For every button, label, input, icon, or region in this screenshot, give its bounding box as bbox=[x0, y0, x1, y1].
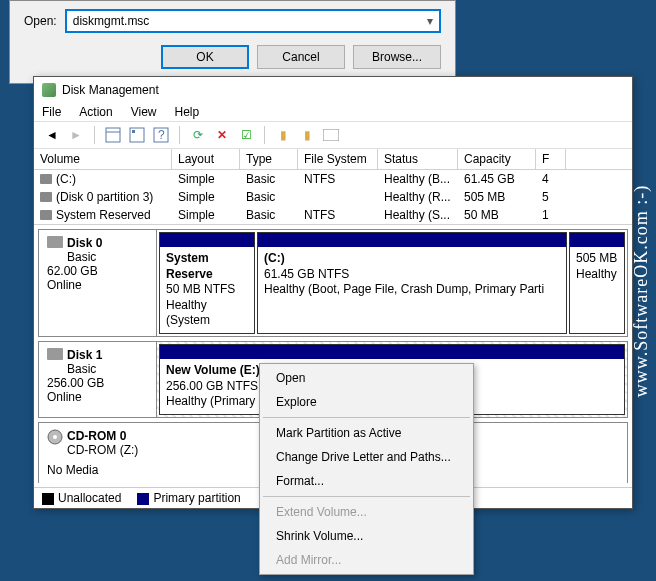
menu-help[interactable]: Help bbox=[175, 105, 200, 119]
col-filesystem[interactable]: File System bbox=[298, 149, 378, 169]
volume-icon bbox=[40, 174, 52, 184]
volume-icon bbox=[40, 192, 52, 202]
menubar: File Action View Help bbox=[34, 103, 632, 121]
ctx-mark-active[interactable]: Mark Partition as Active bbox=[262, 421, 471, 445]
cancel-button[interactable]: Cancel bbox=[257, 45, 345, 69]
disk0-size: 62.00 GB bbox=[47, 264, 148, 278]
partition-system-reserved[interactable]: System Reserve 50 MB NTFS Healthy (Syste… bbox=[159, 232, 255, 334]
window-title: Disk Management bbox=[62, 83, 159, 97]
disk-info-cdrom[interactable]: CD-ROM 0 CD-ROM (Z:) No Media bbox=[39, 423, 157, 483]
delete-icon[interactable]: ✕ bbox=[212, 125, 232, 145]
watermark: www.SoftwareOK.com :-) bbox=[631, 184, 652, 396]
volume-list-header: Volume Layout Type File System Status Ca… bbox=[34, 149, 632, 170]
svg-rect-8 bbox=[47, 348, 63, 360]
options-icon[interactable] bbox=[127, 125, 147, 145]
ctx-add-mirror: Add Mirror... bbox=[262, 548, 471, 572]
disk0-type: Basic bbox=[47, 250, 148, 264]
col-extra[interactable]: F bbox=[536, 149, 566, 169]
disk-icon bbox=[47, 236, 63, 252]
ctx-explore[interactable]: Explore bbox=[262, 390, 471, 414]
menu-file[interactable]: File bbox=[42, 105, 61, 119]
view-icon[interactable] bbox=[103, 125, 123, 145]
svg-rect-6 bbox=[323, 129, 339, 141]
legend-unallocated: Unallocated bbox=[42, 491, 121, 505]
open-input[interactable] bbox=[73, 14, 415, 28]
toolbar: ◄ ► ? ⟳ ✕ ☑ ▮ ▮ bbox=[34, 121, 632, 149]
ctx-shrink[interactable]: Shrink Volume... bbox=[262, 524, 471, 548]
disk1-state: Online bbox=[47, 390, 148, 404]
svg-point-10 bbox=[53, 435, 57, 439]
ctx-open[interactable]: Open bbox=[262, 366, 471, 390]
open-label: Open: bbox=[24, 14, 57, 28]
disk-info-0[interactable]: Disk 0 Basic 62.00 GB Online bbox=[39, 230, 157, 336]
col-type[interactable]: Type bbox=[240, 149, 298, 169]
svg-text:?: ? bbox=[158, 128, 165, 142]
svg-rect-7 bbox=[47, 236, 63, 248]
cdrom-icon bbox=[47, 429, 63, 445]
disk-icon bbox=[47, 348, 63, 364]
ctx-change-letter[interactable]: Change Drive Letter and Paths... bbox=[262, 445, 471, 469]
volume-row[interactable]: (C:)SimpleBasicNTFSHealthy (B...61.45 GB… bbox=[34, 170, 632, 188]
cdrom-type: CD-ROM (Z:) bbox=[47, 443, 149, 457]
context-menu: Open Explore Mark Partition as Active Ch… bbox=[259, 363, 474, 575]
help-icon[interactable]: ? bbox=[151, 125, 171, 145]
volume-icon bbox=[40, 210, 52, 220]
col-volume[interactable]: Volume bbox=[34, 149, 172, 169]
folder-icon[interactable]: ▮ bbox=[273, 125, 293, 145]
disk0-state: Online bbox=[47, 278, 148, 292]
run-dialog: Open: ▾ OK Cancel Browse... bbox=[9, 0, 456, 84]
volume-row[interactable]: System ReservedSimpleBasicNTFSHealthy (S… bbox=[34, 206, 632, 224]
ok-button[interactable]: OK bbox=[161, 45, 249, 69]
refresh-icon[interactable]: ⟳ bbox=[188, 125, 208, 145]
disk1-size: 256.00 GB bbox=[47, 376, 148, 390]
col-status[interactable]: Status bbox=[378, 149, 458, 169]
check-icon[interactable]: ☑ bbox=[236, 125, 256, 145]
cdrom-state: No Media bbox=[47, 463, 149, 477]
folder2-icon[interactable]: ▮ bbox=[297, 125, 317, 145]
svg-rect-0 bbox=[106, 128, 120, 142]
col-layout[interactable]: Layout bbox=[172, 149, 240, 169]
chevron-down-icon[interactable]: ▾ bbox=[427, 14, 433, 28]
col-capacity[interactable]: Capacity bbox=[458, 149, 536, 169]
volume-list: (C:)SimpleBasicNTFSHealthy (B...61.45 GB… bbox=[34, 170, 632, 225]
menu-action[interactable]: Action bbox=[79, 105, 112, 119]
svg-rect-3 bbox=[132, 130, 135, 133]
partition-recovery[interactable]: 505 MB Healthy bbox=[569, 232, 625, 334]
legend-primary: Primary partition bbox=[137, 491, 240, 505]
menu-view[interactable]: View bbox=[131, 105, 157, 119]
ctx-extend: Extend Volume... bbox=[262, 500, 471, 524]
titlebar: Disk Management bbox=[34, 77, 632, 103]
open-combobox[interactable]: ▾ bbox=[65, 9, 441, 33]
app-icon bbox=[42, 83, 56, 97]
forward-icon[interactable]: ► bbox=[66, 125, 86, 145]
ctx-format[interactable]: Format... bbox=[262, 469, 471, 493]
partition-c[interactable]: (C:) 61.45 GB NTFS Healthy (Boot, Page F… bbox=[257, 232, 567, 334]
list-icon[interactable] bbox=[321, 125, 341, 145]
volume-row[interactable]: (Disk 0 partition 3)SimpleBasicHealthy (… bbox=[34, 188, 632, 206]
browse-button[interactable]: Browse... bbox=[353, 45, 441, 69]
disk-info-1[interactable]: Disk 1 Basic 256.00 GB Online bbox=[39, 342, 157, 417]
back-icon[interactable]: ◄ bbox=[42, 125, 62, 145]
disk1-type: Basic bbox=[47, 362, 148, 376]
disk-row-0: Disk 0 Basic 62.00 GB Online System Rese… bbox=[38, 229, 628, 337]
